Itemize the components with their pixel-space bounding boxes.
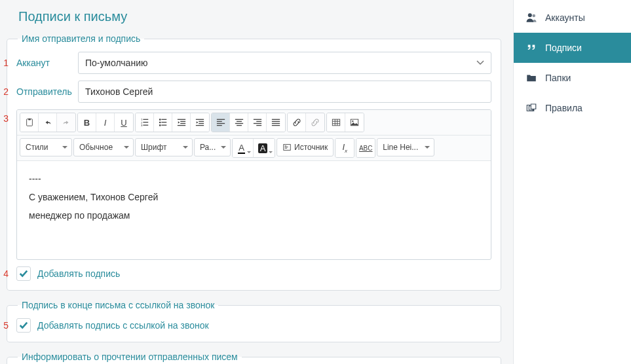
sender-row: 2 Отправитель — [16, 81, 491, 103]
svg-rect-17 — [177, 125, 185, 126]
sidebar-item-folders[interactable]: Папки — [514, 63, 631, 93]
read-status-legend: Информировать о прочтении отправленных п… — [18, 352, 242, 362]
sender-fieldset: Имя отправителя и подпись 1 Акканут По-у… — [7, 33, 501, 291]
underline-button[interactable]: U — [115, 113, 133, 132]
sidebar: Аккаунты Подписи Папки Правила — [513, 0, 631, 364]
indent-button[interactable] — [191, 113, 209, 132]
svg-rect-5 — [143, 122, 148, 122]
svg-rect-18 — [196, 119, 204, 120]
numbered-list-button[interactable]: 123 — [136, 113, 154, 132]
svg-rect-35 — [272, 121, 280, 122]
svg-rect-19 — [199, 121, 204, 122]
call-link-checkbox[interactable] — [16, 318, 31, 333]
format-select[interactable]: Обычное — [73, 138, 134, 156]
sender-legend: Имя отправителя и подпись — [18, 33, 144, 44]
spellcheck-button[interactable]: ABC — [356, 139, 375, 157]
add-signature-checkbox[interactable] — [16, 266, 31, 281]
bottom-signature-fieldset: Подпись в конце письма с ссылкой на звон… — [7, 300, 501, 342]
paste-button[interactable] — [20, 113, 39, 132]
svg-rect-27 — [237, 121, 242, 122]
account-label: Акканут — [16, 58, 78, 68]
toolbar-row-2: Стили Обычное Шрифт Ра... A A Источник — [17, 136, 491, 161]
svg-point-8 — [159, 118, 161, 120]
svg-point-12 — [159, 124, 161, 126]
bottom-signature-legend: Подпись в конце письма с ссылкой на звон… — [18, 300, 218, 310]
svg-rect-20 — [199, 123, 204, 124]
marker-2: 2 — [0, 86, 9, 97]
svg-point-44 — [352, 120, 353, 122]
align-center-button[interactable] — [230, 113, 248, 132]
svg-rect-21 — [196, 125, 204, 126]
add-signature-label[interactable]: Добавлять подпись — [37, 268, 120, 279]
image-button[interactable] — [345, 113, 364, 132]
svg-rect-24 — [216, 123, 224, 124]
marker-5: 5 — [0, 320, 9, 331]
marker-1: 1 — [0, 58, 9, 68]
source-button[interactable]: Источник — [277, 138, 334, 156]
svg-rect-15 — [180, 121, 185, 122]
sidebar-item-accounts[interactable]: Аккаунты — [514, 3, 631, 33]
sidebar-label: Аккаунты — [545, 12, 585, 23]
text-color-button[interactable]: A — [233, 139, 254, 157]
link-button[interactable] — [288, 113, 306, 132]
signature-line-1: ---- — [29, 172, 479, 187]
svg-rect-38 — [332, 119, 339, 126]
check-icon — [19, 269, 28, 278]
sidebar-item-rules[interactable]: Правила — [514, 93, 631, 123]
svg-point-10 — [159, 122, 161, 124]
sidebar-label: Папки — [545, 73, 571, 83]
svg-point-50 — [533, 14, 536, 18]
editor-content[interactable]: ---- С уважением, Тихонов Сергей менедже… — [17, 161, 491, 259]
unlink-button[interactable] — [306, 113, 324, 132]
svg-rect-31 — [256, 121, 261, 122]
bold-button[interactable]: B — [78, 113, 96, 132]
font-select[interactable]: Шрифт — [135, 138, 193, 156]
editor: B I U 123 — [16, 109, 491, 260]
table-button[interactable] — [327, 113, 345, 132]
clear-format-button[interactable]: Ix — [335, 139, 354, 157]
italic-button[interactable]: I — [96, 113, 115, 132]
size-select[interactable]: Ра... — [194, 138, 231, 156]
svg-text:3: 3 — [140, 124, 142, 127]
sidebar-label: Правила — [545, 103, 583, 113]
marker-4: 4 — [0, 268, 9, 279]
svg-rect-22 — [216, 119, 224, 120]
svg-rect-28 — [235, 123, 242, 124]
svg-rect-9 — [161, 119, 166, 120]
svg-rect-26 — [235, 119, 242, 120]
bullet-list-button[interactable] — [154, 113, 172, 132]
marker-3: 3 — [0, 113, 9, 124]
svg-rect-46 — [285, 145, 287, 146]
svg-rect-47 — [285, 147, 288, 147]
rules-icon — [526, 102, 537, 114]
sender-input[interactable] — [78, 81, 491, 103]
person-icon — [526, 12, 537, 24]
sender-label: Отправитель — [16, 86, 78, 97]
align-right-button[interactable] — [248, 113, 267, 132]
svg-rect-25 — [216, 125, 221, 126]
lineheight-select[interactable]: Line Hei... — [377, 138, 434, 156]
styles-select[interactable]: Стили — [20, 138, 72, 156]
svg-point-49 — [528, 13, 532, 17]
editor-row: 3 B I U — [16, 109, 491, 260]
outdent-button[interactable] — [172, 113, 191, 132]
svg-rect-13 — [161, 125, 166, 126]
account-select[interactable]: По-умолчанию — [78, 52, 491, 74]
bg-color-button[interactable]: A — [254, 139, 275, 157]
call-link-label[interactable]: Добавлять подпись с ссылкой на звонок — [37, 320, 209, 331]
svg-rect-14 — [177, 119, 185, 120]
align-justify-button[interactable] — [267, 113, 285, 132]
quotes-icon — [526, 42, 537, 54]
svg-rect-23 — [216, 121, 221, 122]
sidebar-label: Подписи — [545, 43, 582, 53]
align-left-button[interactable] — [212, 113, 230, 132]
add-signature-row: 4 Добавлять подпись — [16, 266, 491, 281]
undo-button[interactable] — [39, 113, 57, 132]
svg-rect-3 — [143, 119, 148, 120]
redo-button[interactable] — [57, 113, 75, 132]
svg-rect-48 — [285, 148, 288, 149]
svg-rect-1 — [28, 118, 31, 120]
sidebar-item-signatures[interactable]: Подписи — [514, 33, 631, 63]
signature-line-2: С уважением, Тихонов Сергей — [29, 190, 479, 206]
page-title: Подписи к письму — [18, 9, 501, 24]
